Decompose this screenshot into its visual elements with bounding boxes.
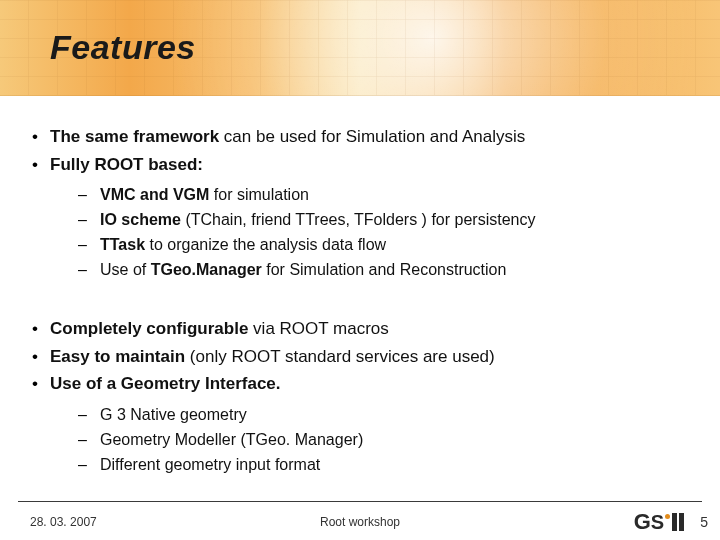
bullet-item: Easy to maintain (only ROOT standard ser… <box>30 344 690 370</box>
bullet-strong: The same framework <box>50 127 219 146</box>
bullet-item: The same framework can be used for Simul… <box>30 124 690 150</box>
sub-prefix: Use of <box>100 261 151 278</box>
sub-bullet-item: G 3 Native geometry <box>78 403 690 427</box>
sub-bullet-group-1: VMC and VGM for simulation IO scheme (TC… <box>78 183 690 282</box>
sub-rest: for Simulation and Reconstruction <box>262 261 507 278</box>
logo-letter-g: G <box>634 509 650 535</box>
slide-title: Features <box>50 28 196 67</box>
sub-bullet-item: VMC and VGM for simulation <box>78 183 690 207</box>
bullet-strong: Easy to maintain <box>50 347 185 366</box>
slide-body: The same framework can be used for Simul… <box>0 96 720 477</box>
bullet-strong: Completely configurable <box>50 319 248 338</box>
gsi-logo: G S <box>634 509 684 535</box>
footer: 28. 03. 2007 Root workshop G S 5 <box>0 504 720 540</box>
sub-strong: TGeo.Manager <box>151 261 262 278</box>
sub-strong: TTask <box>100 236 145 253</box>
bullet-group-1: The same framework can be used for Simul… <box>30 124 690 282</box>
bullet-strong: Use of a Geometry Interface. <box>50 374 281 393</box>
logo-dot-icon <box>665 514 670 519</box>
sub-bullet-item: IO scheme (TChain, friend TTrees, TFolde… <box>78 208 690 232</box>
title-band: Features <box>0 0 720 96</box>
bullet-rest: can be used for Simulation and Analysis <box>219 127 525 146</box>
sub-bullet-item: Different geometry input format <box>78 453 690 477</box>
logo-bar <box>679 513 684 531</box>
bullet-rest: via ROOT macros <box>248 319 388 338</box>
sub-bullet-item: TTask to organize the analysis data flow <box>78 233 690 257</box>
sub-rest: for simulation <box>209 186 309 203</box>
vertical-spacer <box>30 292 690 316</box>
sub-bullet-group-2: G 3 Native geometry Geometry Modeller (T… <box>78 403 690 477</box>
logo-bars-icon <box>672 513 684 531</box>
sub-strong: IO scheme <box>100 211 181 228</box>
bullet-group-2: Completely configurable via ROOT macros … <box>30 316 690 477</box>
sub-bullet-item: Use of TGeo.Manager for Simulation and R… <box>78 258 690 282</box>
bullet-strong: Fully ROOT based: <box>50 155 203 174</box>
footer-divider <box>18 501 702 502</box>
bullet-rest: (only ROOT standard services are used) <box>185 347 495 366</box>
sub-rest: (TChain, friend TTrees, TFolders ) for p… <box>181 211 535 228</box>
footer-center-text: Root workshop <box>0 515 720 529</box>
sub-bullet-item: Geometry Modeller (TGeo. Manager) <box>78 428 690 452</box>
bullet-item: Use of a Geometry Interface. G 3 Native … <box>30 371 690 477</box>
footer-date: 28. 03. 2007 <box>30 515 97 529</box>
logo-letter-s: S <box>651 511 663 534</box>
footer-right: G S 5 <box>634 509 708 535</box>
bullet-item: Completely configurable via ROOT macros <box>30 316 690 342</box>
sub-rest: to organize the analysis data flow <box>145 236 386 253</box>
page-number: 5 <box>700 514 708 530</box>
sub-strong: VMC and VGM <box>100 186 209 203</box>
bullet-item: Fully ROOT based: VMC and VGM for simula… <box>30 152 690 283</box>
logo-bar <box>672 513 677 531</box>
